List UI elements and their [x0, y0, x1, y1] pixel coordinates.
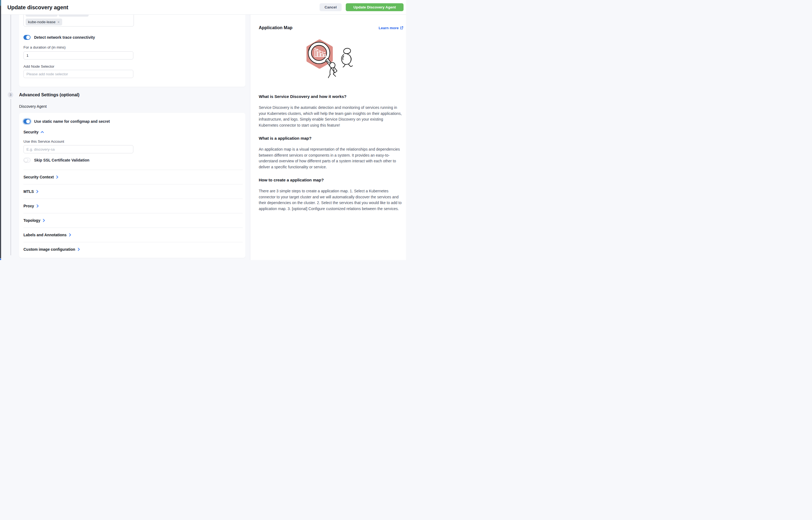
section-proxy[interactable]: Proxy — [23, 199, 243, 213]
info-section-body: Service Discovery is the automatic detec… — [259, 105, 403, 128]
info-section-heading: What is Service Discovery and how it wor… — [259, 94, 403, 99]
magnifier-chart-illustration — [306, 37, 356, 79]
security-section-label: Security — [23, 130, 38, 134]
info-section-body: An application map is a visual represent… — [259, 147, 403, 170]
remove-tag-icon[interactable]: × — [57, 20, 60, 24]
page-header: Update discovery agent Cancel Update Dis… — [1, 0, 406, 15]
section-label: Labels and Annotations — [23, 233, 66, 237]
step-connector-line — [10, 15, 11, 92]
service-account-label: Use this Service Account — [23, 139, 64, 144]
discovery-settings-card: kube-node-lease × Detect network trace c… — [19, 15, 245, 87]
update-discovery-agent-button[interactable]: Update Discovery Agent — [346, 3, 404, 11]
external-link-icon — [400, 26, 403, 29]
info-sections: What is Service Discovery and how it wor… — [259, 94, 403, 212]
duration-label: For a duration of (in mins) — [23, 45, 66, 49]
info-section: How to create a application map? There a… — [259, 178, 403, 212]
section-label: Security Context — [23, 175, 54, 179]
step-connector-line — [10, 99, 11, 255]
node-selector-input[interactable] — [23, 70, 133, 78]
section-label: Custom image configuration — [23, 247, 75, 252]
app-side-rail-bottom-accent — [0, 259, 1, 260]
chevron-right-icon — [69, 233, 71, 237]
form-column: kube-node-lease × Detect network trace c… — [1, 15, 250, 260]
detect-network-trace-toggle[interactable] — [23, 35, 30, 40]
learn-more-label: Learn more — [378, 26, 399, 30]
static-name-label: Use static name for configmap and secret — [34, 119, 110, 124]
advanced-settings-title: Advanced Settings (optional) — [19, 93, 79, 97]
chevron-up-icon — [40, 131, 44, 133]
app-side-rail-accent — [0, 0, 1, 6]
advanced-settings-card: Use static name for configmap and secret… — [19, 113, 245, 258]
skip-ssl-toggle[interactable] — [23, 158, 30, 163]
panel-title: Application Map — [259, 25, 293, 30]
info-section-body: There are 3 simple steps to create a app… — [259, 188, 403, 212]
detect-network-trace-row: Detect network trace connectivity — [23, 35, 95, 40]
section-label: Topology — [23, 218, 40, 223]
learn-more-link[interactable]: Learn more — [378, 26, 403, 30]
application-map-illustration — [259, 37, 403, 79]
section-label: Proxy — [23, 204, 34, 208]
info-section-heading: What is a application map? — [259, 136, 403, 140]
discovery-agent-subtitle: Discovery Agent — [19, 104, 47, 109]
security-section-header[interactable]: Security — [23, 130, 44, 134]
detect-network-trace-label: Detect network trace connectivity — [34, 35, 95, 40]
node-selector-label: Add Node Selector — [23, 64, 54, 69]
skip-ssl-label: Skip SSL Certificate Validation — [34, 158, 89, 162]
application-map-panel: Application Map Learn more — [250, 15, 406, 260]
section-security-context[interactable]: Security Context — [23, 170, 243, 184]
step-number-badge: 3 — [8, 92, 13, 98]
static-name-toggle[interactable] — [23, 119, 30, 124]
info-section-heading: How to create a application map? — [259, 178, 403, 182]
section-custom-image-config[interactable]: Custom image configuration — [23, 242, 243, 256]
chevron-right-icon — [78, 248, 80, 251]
panel-header: Application Map Learn more — [259, 25, 403, 30]
service-account-input[interactable] — [23, 145, 133, 153]
standing-figure — [342, 48, 353, 67]
info-section: What is Service Discovery and how it wor… — [259, 94, 403, 128]
section-label: MTLS — [23, 189, 34, 194]
namespace-tag[interactable]: kube-node-lease × — [26, 19, 62, 25]
cancel-button[interactable]: Cancel — [320, 3, 342, 11]
skip-ssl-row: Skip SSL Certificate Validation — [23, 158, 89, 163]
section-labels-annotations[interactable]: Labels and Annotations — [23, 228, 243, 242]
advanced-sections-list: Security Context MTLS Proxy Topology Lab… — [23, 170, 243, 256]
section-topology[interactable]: Topology — [23, 213, 243, 228]
static-name-row: Use static name for configmap and secret — [23, 119, 110, 124]
chevron-right-icon — [36, 204, 39, 208]
page-title: Update discovery agent — [7, 4, 68, 10]
duration-input[interactable] — [23, 51, 133, 59]
chevron-right-icon — [36, 190, 38, 193]
app-side-rail — [0, 0, 1, 258]
section-mtls[interactable]: MTLS — [23, 184, 243, 199]
chevron-right-icon — [43, 219, 45, 222]
chevron-right-icon — [56, 176, 58, 179]
info-section: What is a application map? An applicatio… — [259, 136, 403, 170]
namespace-tag-label: kube-node-lease — [28, 20, 56, 24]
